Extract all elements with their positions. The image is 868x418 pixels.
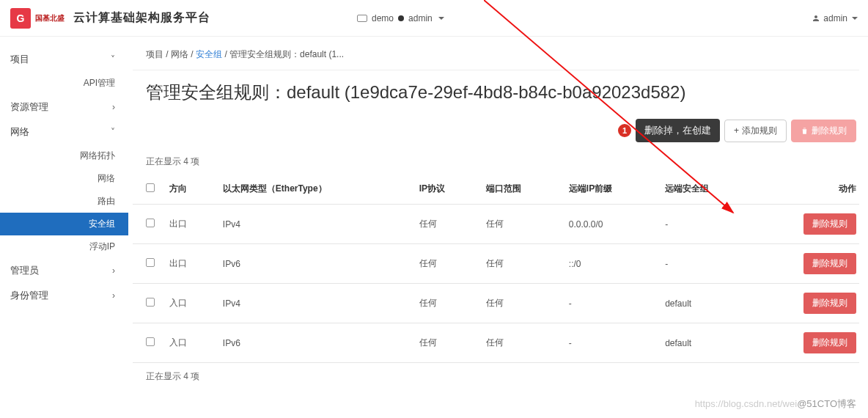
cell-group: - bbox=[658, 244, 754, 284]
col-port[interactable]: 端口范围 bbox=[479, 174, 562, 205]
sidebar-item-identity[interactable]: 身份管理 › bbox=[0, 283, 128, 308]
toolbar: 1 删除掉，在创建 + 添加规则 删除规则 bbox=[133, 110, 859, 148]
cell-ethertype: IPv4 bbox=[216, 284, 412, 323]
cell-direction: 入口 bbox=[162, 323, 216, 363]
col-action: 动作 bbox=[755, 174, 859, 205]
cell-protocol: 任何 bbox=[412, 284, 479, 323]
project-icon bbox=[357, 15, 367, 22]
chevron-right-icon: › bbox=[112, 265, 115, 276]
table-header-row: 方向 以太网类型（EtherType） IP协议 端口范围 远端IP前缀 远端安… bbox=[133, 174, 859, 205]
row-checkbox[interactable] bbox=[146, 298, 155, 307]
crumb-security-group[interactable]: 安全组 bbox=[196, 49, 222, 59]
cell-protocol: 任何 bbox=[412, 244, 479, 284]
plus-icon: + bbox=[734, 125, 739, 136]
watermark: https://blog.csdn.net/wei@51CTO博客 bbox=[695, 397, 856, 411]
cell-group: - bbox=[658, 205, 754, 244]
count-top: 正在显示 4 项 bbox=[133, 148, 859, 174]
sidebar-sub-security-groups[interactable]: 安全组 bbox=[0, 213, 128, 235]
row-checkbox[interactable] bbox=[146, 219, 155, 227]
cell-port: 任何 bbox=[479, 284, 562, 323]
crumb-project[interactable]: 项目 bbox=[146, 49, 163, 59]
sidebar-sub-routers[interactable]: 路由 bbox=[0, 190, 128, 213]
cell-prefix: ::/0 bbox=[562, 244, 658, 284]
delete-rules-button[interactable]: 删除规则 bbox=[791, 120, 856, 142]
cell-protocol: 任何 bbox=[412, 205, 479, 244]
sidebar: 项目 ˅ API管理 资源管理 › 网络 ˅ 网络拓扑 网络 路由 安全组 浮动… bbox=[0, 37, 128, 418]
cell-port: 任何 bbox=[479, 244, 562, 284]
delete-rule-button[interactable]: 删除规则 bbox=[803, 253, 856, 274]
cell-protocol: 任何 bbox=[412, 323, 479, 363]
topbar: G 国基北盛 云计算基础架构服务平台 demo admin admin bbox=[0, 0, 868, 37]
table-row: 出口 IPv6 任何 任何 ::/0 - 删除规则 bbox=[133, 244, 859, 284]
sidebar-item-resources[interactable]: 资源管理 › bbox=[0, 95, 128, 120]
col-ethertype[interactable]: 以太网类型（EtherType） bbox=[216, 174, 412, 205]
chevron-right-icon: › bbox=[112, 290, 115, 301]
cell-prefix: - bbox=[562, 284, 658, 323]
cell-direction: 出口 bbox=[162, 205, 216, 244]
rules-table: 方向 以太网类型（EtherType） IP协议 端口范围 远端IP前缀 远端安… bbox=[133, 174, 859, 363]
table-row: 入口 IPv6 任何 任何 - default 删除规则 bbox=[133, 323, 859, 363]
cell-ethertype: IPv4 bbox=[216, 205, 412, 244]
cell-ethertype: IPv6 bbox=[216, 323, 412, 363]
user-menu[interactable]: admin bbox=[812, 13, 858, 23]
col-protocol[interactable]: IP协议 bbox=[412, 174, 479, 205]
table-row: 出口 IPv4 任何 任何 0.0.0.0/0 - 删除规则 bbox=[133, 205, 859, 244]
breadcrumb: 项目 / 网络 / 安全组 / 管理安全组规则：default (1... bbox=[133, 37, 859, 70]
user-scope-label: admin bbox=[408, 13, 433, 23]
add-rule-button[interactable]: + 添加规则 bbox=[724, 120, 787, 142]
row-checkbox[interactable] bbox=[146, 258, 155, 267]
delete-rule-button[interactable]: 删除规则 bbox=[803, 213, 856, 235]
annotation-text: 删除掉，在创建 bbox=[636, 119, 720, 142]
platform-title: 云计算基础架构服务平台 bbox=[73, 10, 210, 26]
crumb-network[interactable]: 网络 bbox=[171, 49, 188, 59]
sidebar-sub-networks[interactable]: 网络 bbox=[0, 167, 128, 190]
crumb-current: 管理安全组规则：default (1... bbox=[229, 49, 344, 59]
sidebar-sub-floating-ip[interactable]: 浮动IP bbox=[0, 235, 128, 258]
delete-rule-button[interactable]: 删除规则 bbox=[803, 332, 856, 353]
cell-ethertype: IPv6 bbox=[216, 244, 412, 284]
select-all-checkbox[interactable] bbox=[146, 183, 155, 192]
row-checkbox[interactable] bbox=[146, 337, 155, 346]
project-label: demo bbox=[372, 13, 394, 23]
annotation-badge: 1 bbox=[618, 124, 631, 137]
table-row: 入口 IPv4 任何 任何 - default 删除规则 bbox=[133, 284, 859, 323]
cell-port: 任何 bbox=[479, 205, 562, 244]
caret-down-icon bbox=[438, 17, 444, 20]
sidebar-item-network[interactable]: 网络 ˅ bbox=[0, 120, 128, 144]
cell-group: default bbox=[658, 284, 754, 323]
dot-icon bbox=[398, 15, 404, 21]
delete-rule-button[interactable]: 删除规则 bbox=[803, 293, 856, 314]
cell-group: default bbox=[658, 323, 754, 363]
col-prefix[interactable]: 远端IP前缀 bbox=[562, 174, 658, 205]
logo-icon: G bbox=[10, 8, 31, 29]
sidebar-sub-topology[interactable]: 网络拓扑 bbox=[0, 144, 128, 167]
cell-prefix: - bbox=[562, 323, 658, 363]
project-switcher[interactable]: demo admin bbox=[357, 13, 444, 23]
col-direction[interactable]: 方向 bbox=[162, 174, 216, 205]
cell-port: 任何 bbox=[479, 323, 562, 363]
sidebar-sub-api[interactable]: API管理 bbox=[0, 72, 128, 95]
chevron-down-icon: ˅ bbox=[111, 54, 115, 65]
cell-prefix: 0.0.0.0/0 bbox=[562, 205, 658, 244]
sidebar-item-admin[interactable]: 管理员 › bbox=[0, 258, 128, 283]
cell-direction: 入口 bbox=[162, 284, 216, 323]
page-title: 管理安全组规则：default (1e9dca7e-29ef-4bd8-b84c… bbox=[133, 70, 859, 110]
count-bottom: 正在显示 4 项 bbox=[133, 363, 859, 389]
caret-down-icon bbox=[852, 17, 858, 20]
chevron-right-icon: › bbox=[112, 102, 115, 112]
cell-direction: 出口 bbox=[162, 244, 216, 284]
col-remote-group[interactable]: 远端安全组 bbox=[658, 174, 754, 205]
trash-icon bbox=[801, 127, 809, 135]
user-icon bbox=[812, 14, 820, 23]
user-name: admin bbox=[823, 13, 847, 23]
chevron-down-icon: ˅ bbox=[111, 127, 115, 137]
brand-small: 国基北盛 bbox=[35, 15, 65, 22]
sidebar-item-project[interactable]: 项目 ˅ bbox=[0, 47, 128, 72]
annotation: 1 删除掉，在创建 bbox=[618, 119, 720, 142]
main-content: 项目 / 网络 / 安全组 / 管理安全组规则：default (1... 管理… bbox=[128, 37, 868, 418]
logo[interactable]: G 国基北盛 云计算基础架构服务平台 bbox=[10, 8, 210, 29]
